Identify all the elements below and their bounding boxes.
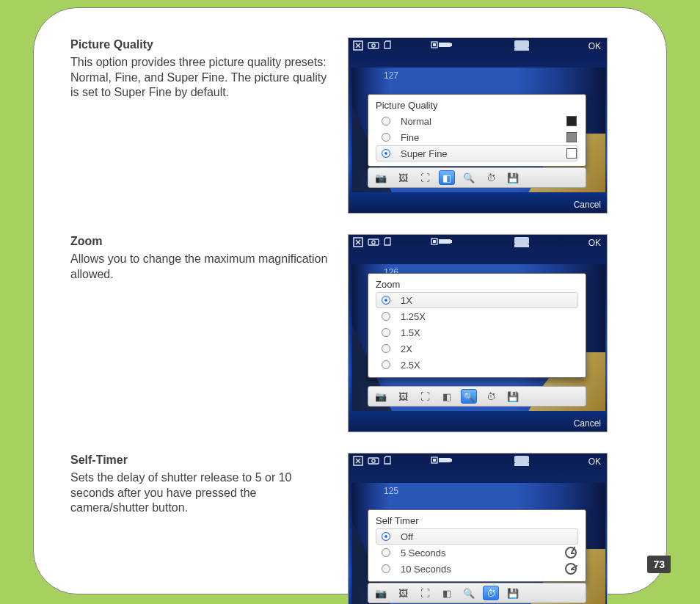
timer-icon <box>565 563 577 575</box>
timer-icon <box>565 547 577 558</box>
camera-toolbar: 📷 🖼 ⛶ ◧ 🔍 ⏱ 💾 <box>368 167 586 188</box>
save-icon[interactable]: 💾 <box>505 389 521 404</box>
option-label: 2.5X <box>401 360 420 371</box>
screenshot-column: OK 125 Self Timer Off <box>348 453 608 604</box>
svg-rect-6 <box>451 43 452 46</box>
quality-icon[interactable]: ◧ <box>439 170 455 185</box>
signal-icon <box>514 236 530 248</box>
svg-rect-5 <box>439 43 451 47</box>
status-bar: OK <box>349 235 607 251</box>
zoom-icon[interactable]: 🔍 <box>461 170 477 185</box>
zoom-icon[interactable]: 🔍 <box>461 586 477 600</box>
option-super-fine[interactable]: Super Fine <box>368 145 586 161</box>
option-label: 5 Seconds <box>401 547 445 558</box>
close-icon <box>353 40 363 51</box>
radio-icon <box>382 532 390 541</box>
text-column: Self-Timer Sets the delay of shutter rel… <box>70 453 333 604</box>
option-10-seconds[interactable]: 10 Seconds <box>368 561 586 577</box>
option-2-5x[interactable]: 2.5X <box>368 357 586 373</box>
quality-icon[interactable]: ◧ <box>439 389 455 404</box>
option-normal[interactable]: Normal <box>368 113 586 129</box>
mode-icon[interactable]: 📷 <box>373 586 389 600</box>
cancel-softkey[interactable]: Cancel <box>574 418 601 429</box>
option-label: Normal <box>401 116 431 127</box>
camera-toolbar: 📷 🖼 ⛶ ◧ 🔍 ⏱ 💾 <box>368 583 586 603</box>
timer-icon[interactable]: ⏱ <box>483 389 499 404</box>
option-fine[interactable]: Fine <box>368 129 586 145</box>
page-number: 73 <box>647 556 671 573</box>
mode-icon[interactable]: 📷 <box>373 389 389 404</box>
option-label: 10 Seconds <box>401 564 451 575</box>
close-icon <box>353 456 363 466</box>
option-label: Off <box>401 531 413 542</box>
landscape-icon[interactable]: 🖼 <box>395 170 411 185</box>
option-5-seconds[interactable]: 5 Seconds <box>368 545 586 561</box>
screenshot-column: OK 127 Picture Quality Normal <box>348 37 608 214</box>
section-body: Sets the delay of shutter release to 5 o… <box>70 470 333 515</box>
close-icon <box>353 237 363 247</box>
quality-icon[interactable]: ◧ <box>439 586 455 600</box>
camera-icon <box>368 456 379 466</box>
sd-card-icon <box>384 40 391 51</box>
option-1-25x[interactable]: 1.25X <box>368 308 586 324</box>
shots-counter: 125 <box>384 486 398 496</box>
camera-icon <box>368 237 379 247</box>
radio-icon <box>382 296 390 305</box>
camera-toolbar: 📷 🖼 ⛶ ◧ 🔍 ⏱ 💾 <box>368 386 586 407</box>
sd-card-icon <box>384 237 391 247</box>
screenshot-zoom: OK 126 Zoom 1X <box>348 234 608 432</box>
timer-icon[interactable]: ⏱ <box>483 586 499 600</box>
status-bar: OK <box>349 454 607 470</box>
section-heading: Self-Timer <box>70 453 333 467</box>
quality-icon <box>566 132 577 142</box>
svg-rect-7 <box>514 40 529 48</box>
battery-icon <box>431 237 453 246</box>
resolution-icon[interactable]: ⛶ <box>417 389 433 404</box>
svg-rect-24 <box>451 459 452 462</box>
text-column: Picture Quality This option provides thr… <box>70 37 333 214</box>
manual-page: Picture Quality This option provides thr… <box>33 7 667 594</box>
landscape-icon[interactable]: 🖼 <box>395 586 411 600</box>
option-1x[interactable]: 1X <box>368 292 586 308</box>
landscape-icon[interactable]: 🖼 <box>395 389 411 404</box>
svg-rect-14 <box>439 239 451 244</box>
svg-rect-23 <box>439 458 451 462</box>
svg-rect-22 <box>433 459 436 462</box>
ok-softkey[interactable]: OK <box>588 41 601 51</box>
shots-counter: 127 <box>384 70 398 81</box>
svg-point-11 <box>372 241 375 244</box>
option-1-5x[interactable]: 1.5X <box>368 324 586 341</box>
option-label: 1.25X <box>401 311 426 322</box>
ok-softkey[interactable]: OK <box>588 456 601 467</box>
radio-icon <box>382 133 390 142</box>
radio-icon <box>382 312 390 321</box>
zoom-menu: Zoom 1X 1.25X <box>368 273 586 378</box>
svg-rect-25 <box>514 456 529 463</box>
screenshot-picture-quality: OK 127 Picture Quality Normal <box>348 37 608 214</box>
option-off[interactable]: Off <box>368 528 586 545</box>
option-label: 2X <box>401 343 412 354</box>
section-picture-quality: Picture Quality This option provides thr… <box>70 37 635 214</box>
radio-icon <box>382 149 390 158</box>
svg-point-20 <box>372 459 375 462</box>
svg-rect-13 <box>433 240 436 243</box>
save-icon[interactable]: 💾 <box>505 170 521 185</box>
mode-icon[interactable]: 📷 <box>373 170 389 185</box>
zoom-icon[interactable]: 🔍 <box>461 389 477 404</box>
resolution-icon[interactable]: ⛶ <box>417 170 433 185</box>
timer-icon[interactable]: ⏱ <box>483 170 499 185</box>
radio-icon <box>382 328 390 337</box>
option-2x[interactable]: 2X <box>368 341 586 357</box>
ok-softkey[interactable]: OK <box>588 238 601 248</box>
screenshot-column: OK 126 Zoom 1X <box>348 234 608 432</box>
cancel-softkey[interactable]: Cancel <box>574 200 601 210</box>
save-icon[interactable]: 💾 <box>505 586 521 600</box>
section-heading: Zoom <box>70 234 333 249</box>
svg-rect-17 <box>514 244 529 247</box>
svg-rect-15 <box>451 240 452 243</box>
radio-icon <box>382 564 390 573</box>
option-label: Fine <box>401 132 419 143</box>
radio-icon <box>382 360 390 369</box>
resolution-icon[interactable]: ⛶ <box>417 586 433 600</box>
page-content: Picture Quality This option provides thr… <box>70 37 635 604</box>
